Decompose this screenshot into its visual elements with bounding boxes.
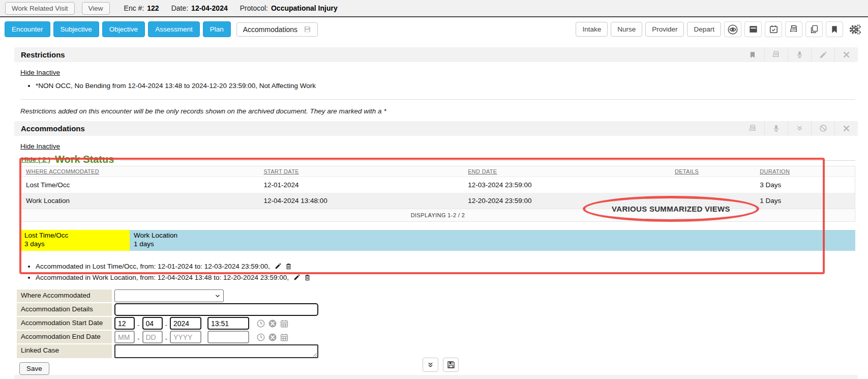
copy-button[interactable]	[805, 21, 823, 37]
copy-icon	[810, 24, 819, 34]
book-icon[interactable]	[764, 47, 788, 62]
active-tab-label: Accommodations	[243, 25, 297, 34]
summary-bar-duration: 3 days	[24, 240, 126, 249]
start-day-input[interactable]	[142, 317, 163, 330]
depart-button[interactable]: Depart	[687, 22, 721, 37]
archive-icon	[749, 24, 758, 34]
save-button[interactable]: Save	[19, 362, 49, 375]
bookmark-icon	[830, 25, 839, 34]
paging-status: DISPLAYING 1-2 / 2	[21, 209, 855, 221]
delete-trash-icon[interactable]	[304, 274, 311, 281]
clear-date-icon[interactable]	[268, 319, 277, 328]
chart-book-button[interactable]	[785, 21, 802, 37]
encounter-date: Date: 12-04-2024	[171, 4, 228, 12]
date-separator: -	[137, 321, 140, 329]
close-icon[interactable]	[834, 121, 858, 136]
calendar-check-icon	[769, 24, 779, 34]
work-status-table-container: WHERE ACCOMMODATED START DATE END DATE D…	[20, 166, 855, 222]
tab-encounter[interactable]: Encounter	[5, 21, 50, 37]
book-icon[interactable]	[741, 121, 764, 136]
save-all-button[interactable]	[443, 358, 459, 372]
col-details[interactable]: DETAILS	[670, 166, 755, 177]
edit-pencil-icon[interactable]	[275, 263, 282, 270]
enc-value: 122	[147, 4, 159, 12]
archive-button[interactable]	[744, 21, 762, 37]
accommodation-details-input[interactable]	[114, 303, 318, 316]
date-separator: -	[165, 335, 168, 342]
cell-duration: 3 Days	[755, 177, 855, 193]
provider-button[interactable]: Provider	[645, 22, 684, 37]
view-button[interactable]: View	[82, 2, 110, 15]
tab-objective[interactable]: Objective	[102, 21, 145, 37]
tab-subjective[interactable]: Subjective	[53, 21, 99, 37]
start-month-input[interactable]	[114, 317, 135, 330]
table-row[interactable]: Work Location 12-04-2024 13:48:00 12-20-…	[21, 193, 855, 209]
delete-trash-icon[interactable]	[285, 263, 292, 270]
start-time-input[interactable]	[207, 317, 249, 330]
disable-icon[interactable]	[811, 121, 834, 136]
bookmark-button[interactable]	[826, 21, 843, 37]
cell-end: 12-20-2024 23:59:00	[463, 193, 670, 209]
settings-button[interactable]	[846, 21, 863, 37]
restrictions-header-icons	[741, 47, 858, 62]
clock-icon[interactable]	[256, 333, 265, 342]
summary-bar-lost-time[interactable]: Lost Time/Occ 3 days	[20, 230, 130, 251]
work-related-visit-button[interactable]: Work Related Visit	[5, 2, 75, 15]
accommodation-start-date-label: Accommodation Start Date	[17, 317, 112, 330]
col-start-date[interactable]: START DATE	[258, 166, 463, 177]
nurse-button[interactable]: Nurse	[611, 22, 642, 37]
cell-details	[670, 177, 755, 193]
list-item: Accommodated in Lost Time/Occ, from: 12-…	[36, 261, 858, 272]
summary-bar-duration: 1 days	[134, 240, 851, 249]
end-month-input[interactable]	[114, 331, 135, 343]
work-status-legend: Hide ( 2 ) Work Status	[21, 154, 855, 165]
bottom-controls	[423, 358, 459, 372]
linked-case-label: Linked Case	[17, 344, 112, 358]
calendar-icon[interactable]	[280, 319, 289, 328]
table-row[interactable]: Lost Time/Occ 12-01-2024 12-03-2024 23:5…	[21, 177, 855, 193]
microphone-icon[interactable]	[764, 121, 788, 136]
where-accommodated-label: Where Accommodated	[17, 289, 112, 302]
col-where-accommodated[interactable]: WHERE ACCOMMODATED	[21, 166, 258, 177]
legend-line	[120, 160, 855, 161]
cell-duration: 1 Days	[755, 193, 855, 209]
clock-icon[interactable]	[256, 319, 265, 328]
accommodation-details-label: Accommodation Details	[17, 303, 112, 316]
start-year-input[interactable]	[170, 317, 201, 330]
hide-count-link[interactable]: Hide ( 2 )	[21, 156, 50, 163]
collapse-all-button[interactable]	[423, 358, 438, 372]
microphone-icon[interactable]	[788, 47, 811, 62]
eye-button[interactable]	[724, 21, 741, 37]
bookmark-icon[interactable]	[741, 47, 764, 62]
date-separator: -	[165, 321, 168, 329]
close-icon[interactable]	[834, 47, 858, 62]
collapse-icon[interactable]	[788, 121, 811, 136]
clear-date-icon[interactable]	[268, 333, 277, 342]
restrictions-list: *NON OCC, No Bending from 12-04-2024 13:…	[14, 81, 858, 92]
col-end-date[interactable]: END DATE	[463, 166, 670, 177]
tab-accommodations-active[interactable]: Accommodations	[236, 22, 318, 37]
intake-button[interactable]: Intake	[576, 22, 608, 37]
top-bar: Work Related Visit View Enc #: 122 Date:…	[0, 0, 868, 17]
tab-plan[interactable]: Plan	[203, 21, 231, 37]
tab-assessment[interactable]: Assessment	[148, 21, 200, 37]
end-year-input[interactable]	[170, 331, 201, 343]
table-header-row: WHERE ACCOMMODATED START DATE END DATE D…	[21, 166, 855, 177]
end-time-input[interactable]	[207, 331, 249, 343]
calendar-check-button[interactable]	[765, 21, 782, 37]
accommodation-text: Accommodated in Work Location, from: 12-…	[36, 274, 289, 281]
col-duration[interactable]: DURATION	[755, 166, 855, 177]
pencil-icon[interactable]	[811, 47, 834, 62]
restrictions-hide-inactive-link[interactable]: Hide Inactive	[20, 69, 60, 76]
restrictions-header: Restrictions	[14, 47, 858, 62]
end-day-input[interactable]	[142, 331, 163, 343]
enc-label: Enc #:	[124, 4, 144, 12]
protocol-value: Occupational Injury	[271, 4, 338, 12]
accommodations-hide-inactive-link[interactable]: Hide Inactive	[20, 142, 60, 150]
calendar-icon[interactable]	[280, 333, 289, 342]
edit-pencil-icon[interactable]	[293, 274, 301, 281]
accommodation-text: Accommodated in Lost Time/Occ, from: 12-…	[36, 263, 270, 270]
summary-bar-work-location[interactable]: Work Location 1 days	[130, 230, 855, 251]
where-accommodated-select[interactable]	[114, 289, 224, 302]
linked-case-input[interactable]	[114, 344, 318, 358]
